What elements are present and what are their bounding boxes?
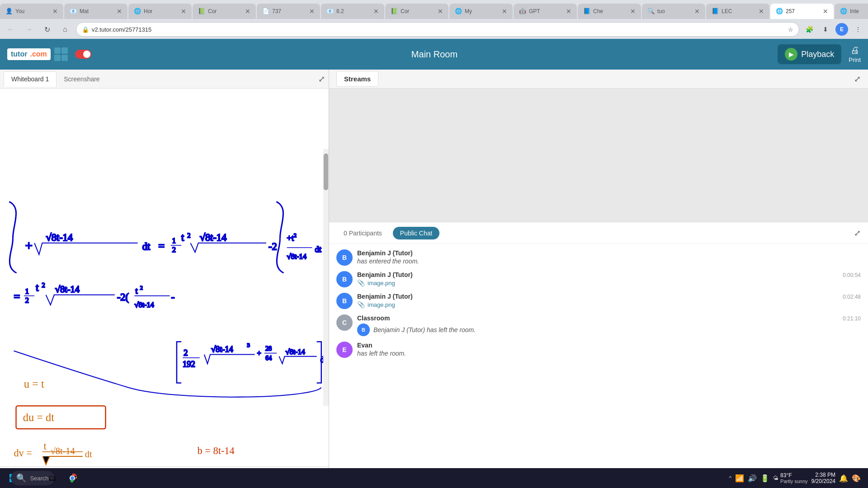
whiteboard-area: + √8t-14 dt = 1 2 t 2 √8t-1: [0, 89, 329, 466]
menu-icon[interactable]: ⋮: [852, 23, 864, 36]
logo-area: tutor .com: [7, 47, 91, 61]
message-attachment-3[interactable]: 📎 image.png: [357, 301, 861, 308]
whiteboard-tab-bar: Whiteboard 1 Screenshare ⤢: [0, 70, 329, 89]
chat-messages: B Benjamin J (Tutor) has entered the roo…: [329, 244, 868, 488]
screenshare-tab[interactable]: Screenshare: [57, 72, 107, 86]
tab-close-8[interactable]: ✕: [502, 8, 507, 15]
browser-tab-5[interactable]: 📄 737 ✕: [257, 4, 320, 19]
tab-close-4[interactable]: ✕: [245, 8, 250, 15]
svg-text:√8t-14: √8t-14: [46, 232, 73, 243]
toggle-button[interactable]: [75, 50, 91, 59]
svg-text:√8t-14: √8t-14: [287, 253, 307, 261]
tab-close-3[interactable]: ✕: [181, 8, 186, 15]
notification-icon[interactable]: 🔔: [839, 474, 848, 483]
downloads-icon[interactable]: ⬇: [819, 23, 832, 36]
svg-text:+: +: [257, 349, 261, 357]
tab-favicon-12: 📘: [712, 8, 719, 15]
main-content: Whiteboard 1 Screenshare ⤢ + √8t-14: [0, 70, 868, 488]
right-panel: Streams ⤢ 0 Participants Public Chat ⤢ B: [329, 70, 868, 488]
browser-tab-13[interactable]: 🌐 257 ✕: [770, 4, 834, 19]
home-button[interactable]: ⌂: [58, 22, 72, 37]
whiteboard-tab[interactable]: Whiteboard 1: [4, 71, 57, 87]
tab-close-13[interactable]: ✕: [823, 8, 828, 15]
playback-label: Playback: [801, 50, 834, 59]
network-icon[interactable]: 📶: [735, 474, 744, 483]
message-text-1: has entered the room.: [357, 258, 861, 265]
color-icon[interactable]: 🎨: [852, 474, 861, 483]
forward-button[interactable]: →: [22, 22, 36, 37]
bookmark-icon[interactable]: ☆: [788, 26, 793, 33]
search-taskbar-button[interactable]: 🔍 Search: [24, 469, 42, 487]
tab-favicon-7: 📗: [391, 8, 398, 15]
message-attachment-2[interactable]: 📎 image.png: [357, 279, 861, 286]
search-taskbar-icon: 🔍: [16, 473, 26, 483]
refresh-button[interactable]: ↻: [40, 22, 54, 37]
extensions-icon[interactable]: 🧩: [803, 23, 816, 36]
participants-tab[interactable]: 0 Participants: [336, 227, 389, 239]
tab-title-2: Mat: [80, 8, 114, 14]
weather-temp: 83°F: [780, 472, 808, 479]
svg-text:+: +: [25, 239, 33, 253]
public-chat-tab[interactable]: Public Chat: [393, 227, 440, 239]
browser-tab-7[interactable]: 📗 Cor ✕: [385, 4, 448, 19]
browser-tab-8[interactable]: 🌐 My ✕: [449, 4, 513, 19]
tab-close-7[interactable]: ✕: [438, 8, 443, 15]
message-sender-4: Classroom: [357, 314, 390, 322]
streams-expand-icon[interactable]: ⤢: [854, 74, 861, 84]
browser-tab-1[interactable]: 👤 You ✕: [0, 4, 63, 19]
print-button[interactable]: 🖨 Print: [849, 45, 861, 63]
svg-text:t: t: [181, 232, 184, 243]
chat-expand-icon[interactable]: ⤢: [854, 228, 861, 238]
browser-tab-4[interactable]: 📗 Cor ✕: [193, 4, 256, 19]
browser-tab-6[interactable]: 📧 8.2 ✕: [321, 4, 384, 19]
browser-tab-9[interactable]: 🤖 GPT ✕: [514, 4, 577, 19]
browser-tab-3[interactable]: 🌐 Hor ✕: [128, 4, 192, 19]
logo-text: tutor: [11, 50, 27, 58]
weather-area[interactable]: 🌤 83°F Partly sunny: [773, 472, 808, 484]
back-button[interactable]: ←: [4, 22, 18, 37]
playback-button[interactable]: ▶ Playback: [778, 44, 841, 64]
streams-tab[interactable]: Streams: [336, 71, 378, 87]
tab-close-10[interactable]: ✕: [630, 8, 636, 15]
grid-icon[interactable]: [54, 47, 68, 61]
svg-text:t: t: [136, 286, 138, 296]
browser-tab-2[interactable]: 📧 Mat ✕: [64, 4, 127, 19]
svg-text:dt: dt: [85, 449, 92, 459]
tab-favicon-6: 📧: [326, 8, 334, 15]
battery-icon[interactable]: 🔋: [760, 474, 769, 483]
browser-tab-12[interactable]: 📘 LEC ✕: [706, 4, 769, 19]
tab-close-12[interactable]: ✕: [759, 8, 764, 15]
profile-icon[interactable]: E: [835, 23, 848, 36]
lock-icon: 🔒: [82, 26, 89, 33]
streams-area: [329, 89, 868, 222]
attachment-icon-3: 📎: [357, 301, 365, 308]
browser-tab-14[interactable]: 🌐 Inte ✕: [835, 4, 868, 19]
message-header-1: Benjamin J (Tutor): [357, 249, 861, 257]
tab-close-2[interactable]: ✕: [117, 8, 122, 15]
tab-close-11[interactable]: ✕: [694, 8, 700, 15]
tab-title-6: 8.2: [336, 8, 371, 14]
whiteboard-svg: + √8t-14 dt = 1 2 t 2 √8t-1: [0, 89, 329, 466]
expand-icon[interactable]: ⤢: [318, 74, 325, 84]
browser-tab-bar: 👤 You ✕ 📧 Mat ✕ 🌐 Hor ✕ 📗 Cor ✕ 📄 737 ✕ …: [0, 0, 868, 20]
tab-close-9[interactable]: ✕: [566, 8, 571, 15]
chat-tabs: 0 Participants Public Chat ⤢: [329, 222, 868, 244]
tab-close-6[interactable]: ✕: [373, 8, 379, 15]
chat-message-4: C Classroom 0:21:10 B Benjamin J (Tutor)…: [336, 314, 861, 336]
volume-icon[interactable]: 🔊: [748, 474, 757, 483]
svg-text:-: -: [171, 291, 175, 303]
chevron-icon[interactable]: ^: [729, 475, 731, 481]
message-header-2: Benjamin J (Tutor) 0:00:54: [357, 271, 861, 278]
browser-tab-11[interactable]: 🔍 tuo ✕: [642, 4, 705, 19]
browser-tab-10[interactable]: 📘 Che ✕: [578, 4, 641, 19]
tab-close-1[interactable]: ✕: [52, 8, 58, 15]
svg-text:2: 2: [140, 285, 143, 291]
message-sender-2: Benjamin J (Tutor): [357, 271, 413, 278]
logo-dot: .com: [30, 50, 47, 58]
chrome-icon[interactable]: [63, 469, 81, 487]
tab-close-5[interactable]: ✕: [309, 8, 315, 15]
address-bar[interactable]: 🔒 v2.tutor.com/25771315 ☆: [76, 22, 799, 37]
chat-message-5: E Evan has left the room.: [336, 342, 861, 358]
avatar-5: E: [336, 342, 353, 358]
file-explorer-icon[interactable]: 🗂: [43, 469, 61, 487]
